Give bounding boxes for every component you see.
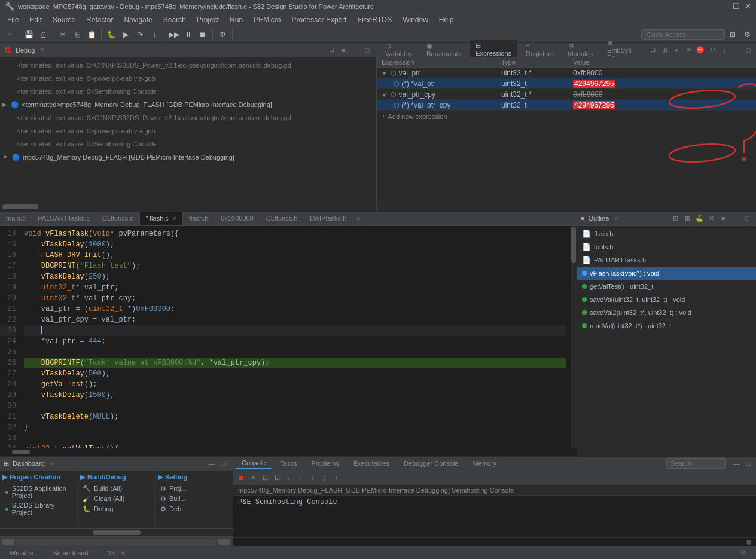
- expand-arrow-val-ptr[interactable]: ▼: [382, 71, 387, 77]
- tab-console[interactable]: Console: [236, 457, 272, 469]
- dash-item-s32ds-app[interactable]: ● S32DS Application Project: [2, 484, 75, 500]
- tb-perspective[interactable]: ⊞: [726, 28, 739, 41]
- expr-row-val-ptr[interactable]: ▼ ⬡ val_ptr uint32_t * 0xfb8000: [377, 68, 756, 78]
- debug-tb-btn1[interactable]: ⊟: [326, 45, 337, 56]
- console-btn4[interactable]: ↑: [295, 472, 306, 483]
- expr-maximize[interactable]: □: [743, 45, 754, 56]
- tb-paste[interactable]: 📋: [85, 28, 98, 41]
- tb-copy[interactable]: ⎘: [71, 28, 84, 41]
- console-btn6[interactable]: ⟩: [319, 472, 330, 483]
- menu-file[interactable]: File: [2, 14, 23, 25]
- debug-item-6[interactable]: <terminated, exit value: 0>powerpc-eabiv…: [0, 124, 376, 138]
- editor-tab-flash[interactable]: *flash.c ✕: [140, 212, 183, 225]
- tb-save[interactable]: 💾: [22, 28, 35, 41]
- menu-processor[interactable]: Processor Expert: [287, 14, 352, 25]
- close-button[interactable]: ✕: [745, 2, 751, 11]
- dash-minimize[interactable]: —: [206, 458, 217, 469]
- expand-arrow-val-ptr-cpy[interactable]: ▼: [382, 92, 387, 98]
- add-expression-label[interactable]: Add new expression: [388, 113, 447, 120]
- tab-memory[interactable]: Memory: [467, 458, 503, 469]
- debug-item-1[interactable]: <terminated, exit value: 0>C:\NXP\S32DS_…: [0, 59, 376, 72]
- console-btn7[interactable]: ⟨: [331, 472, 342, 483]
- editor-tab-main[interactable]: main.c: [0, 212, 32, 225]
- dash-item-clean-all[interactable]: 🧹 Clean (All): [80, 494, 153, 504]
- editor-tab-more[interactable]: »: [353, 212, 364, 225]
- editor-scrollbar-h[interactable]: [0, 448, 577, 456]
- tb-run[interactable]: ▶: [119, 28, 132, 41]
- debug-maximize[interactable]: □: [362, 45, 373, 56]
- expr-minimize[interactable]: —: [731, 45, 742, 56]
- menu-refactor[interactable]: Refactor: [81, 14, 118, 25]
- debug-scrollbar-h[interactable]: [0, 203, 376, 211]
- tb-settings[interactable]: ⚙: [740, 28, 754, 41]
- expr-tb-btn2[interactable]: ⊞: [659, 45, 670, 56]
- dash-item-debug[interactable]: 🐛 Debug: [80, 504, 153, 514]
- debug-group-1[interactable]: ▶ 🔵 <terminated>mpc5748g_Memory Debug_FL…: [0, 98, 376, 111]
- menu-source[interactable]: Source: [48, 14, 80, 25]
- console-minimize[interactable]: —: [731, 458, 742, 469]
- expr-tb-btn5[interactable]: ⛔: [695, 45, 706, 56]
- add-expression-row[interactable]: + Add new expression: [377, 111, 756, 123]
- tb-debug[interactable]: 🐛: [105, 28, 118, 41]
- tab-breakpoints[interactable]: ◉ Breakpoints: [420, 41, 467, 59]
- menu-navigate[interactable]: Navigate: [119, 14, 157, 25]
- menu-help[interactable]: Help: [434, 14, 459, 25]
- tab-modules[interactable]: ⊟ Modules: [562, 41, 599, 59]
- outline-item-getvaltest[interactable]: getValTest() : uint32_t: [577, 280, 756, 293]
- menu-project[interactable]: Project: [192, 14, 224, 25]
- outline-maximize[interactable]: □: [742, 213, 752, 224]
- outline-item-toolsh[interactable]: 📄 tools.h: [577, 240, 756, 253]
- tb-suspend[interactable]: ⏸: [182, 28, 195, 41]
- outline-item-saveval[interactable]: saveVal(uint32_t, uint32_t) : void: [577, 293, 756, 306]
- tab-executables[interactable]: Executables: [347, 458, 395, 469]
- quick-access-input[interactable]: [641, 29, 725, 40]
- tab-debugger-console[interactable]: Debugger Console: [398, 458, 465, 469]
- debug-close-icon[interactable]: ✕: [39, 47, 44, 53]
- dash-maximize[interactable]: □: [218, 458, 229, 469]
- debug-tb-btn2[interactable]: ≡: [338, 45, 349, 56]
- menu-pemicro[interactable]: PEMicro: [249, 14, 285, 25]
- outline-item-flashh[interactable]: 📄 flash.h: [577, 227, 756, 240]
- menu-freertos[interactable]: FreeRTOS: [353, 14, 397, 25]
- expr-row-val-ptr-cpy[interactable]: ▼ ⬡ val_ptr_cpy uint32_t * 0xfb8000: [377, 89, 756, 100]
- menu-window[interactable]: Window: [398, 14, 433, 25]
- dash-item-s32ds-lib[interactable]: ● S32DS Library Project: [2, 500, 75, 517]
- outline-tb-btn1[interactable]: ⊡: [670, 213, 681, 224]
- outline-tb-btn4[interactable]: ✕: [706, 213, 717, 224]
- dash-settings-arrow[interactable]: ▶: [158, 474, 163, 481]
- outline-item-readval[interactable]: readVal(uint32_t*) : uint32_t: [577, 319, 756, 332]
- editor-tab-clifuncsh[interactable]: CLIfuncs.h: [260, 212, 304, 225]
- expr-tb-btn4[interactable]: ✕: [683, 45, 694, 56]
- console-btn1[interactable]: ⊟: [260, 472, 270, 483]
- tab-problems[interactable]: Problems: [305, 458, 345, 469]
- outline-tb-btn3[interactable]: ⛳: [694, 213, 705, 224]
- outline-item-vflashtask[interactable]: vFlashTask(void*) : void: [577, 267, 756, 280]
- tb-build[interactable]: ⚙: [216, 28, 229, 41]
- dash-item-build-all[interactable]: 🔨 Build (All): [80, 484, 153, 494]
- console-scrollbar-h[interactable]: [233, 537, 756, 546]
- debug-item-2[interactable]: <terminated, exit value: 0>powerpc-eabiv…: [0, 72, 376, 85]
- console-btn3[interactable]: ↓: [284, 472, 294, 483]
- outline-tb-btn2[interactable]: ⊞: [682, 213, 693, 224]
- editor-tab-clifuncs[interactable]: CLIfuncs.c: [96, 212, 140, 225]
- window-controls[interactable]: — ☐ ✕: [720, 2, 751, 11]
- debug-minimize[interactable]: —: [350, 45, 361, 56]
- dash-build-arrow[interactable]: ▶: [80, 474, 85, 481]
- console-search-input[interactable]: [666, 458, 726, 469]
- menu-run[interactable]: Run: [225, 14, 248, 25]
- outline-item-paluarth[interactable]: 📄 PALUARTTasks.h: [577, 253, 756, 267]
- expr-row-deref-val-ptr[interactable]: ⬡ (*) *val_ptr uint32_t 4294967295: [377, 78, 756, 89]
- console-btn2[interactable]: ⊡: [272, 472, 282, 483]
- editor-tab-addr[interactable]: 0x1000000: [215, 212, 260, 225]
- debug-group-2[interactable]: ▼ 🔵 mpc5748g_Memory Debug_FLASH [GDB PEM…: [0, 151, 376, 164]
- debug-item-5[interactable]: <terminated, exit value: 0>C:\NXP\S32DS_…: [0, 111, 376, 124]
- expr-tb-btn1[interactable]: ⊡: [647, 45, 658, 56]
- tab-tasks[interactable]: Tasks: [274, 458, 303, 469]
- tab-registers[interactable]: ≡ Registers: [520, 41, 559, 59]
- expr-row-deref-val-ptr-cpy[interactable]: ⬡ (*) *val_ptr_cpy uint32_t 4294967295: [377, 100, 756, 111]
- console-content[interactable]: P&E Semihosting Console: [233, 496, 756, 537]
- tb-cut[interactable]: ✂: [56, 28, 69, 41]
- menu-search[interactable]: Search: [158, 14, 191, 25]
- tb-terminate[interactable]: ⏹: [196, 28, 209, 41]
- tb-btn-1[interactable]: ≡: [2, 28, 16, 41]
